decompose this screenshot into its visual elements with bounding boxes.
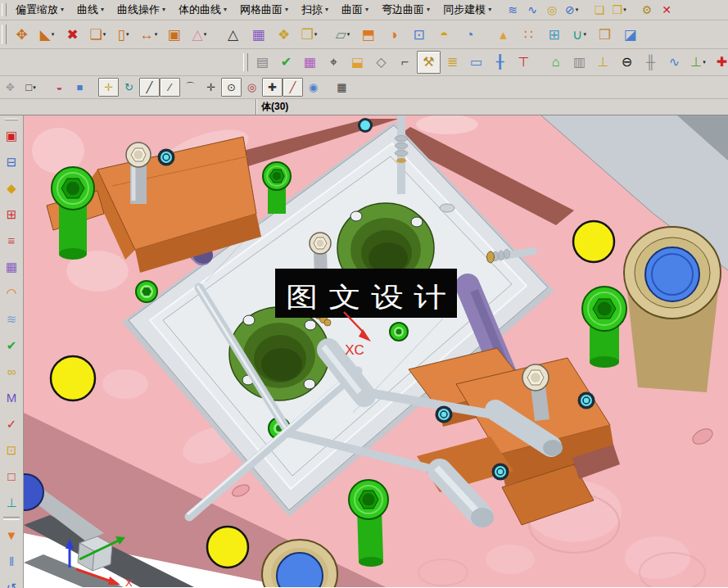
menu-curve[interactable]: 曲线▾ <box>70 1 111 20</box>
menu-curve-operation[interactable]: 曲线操作▾ <box>111 1 172 20</box>
hole-icon[interactable]: ⊡ <box>406 22 432 47</box>
3d-viewport[interactable]: 图 文 设 计 XC <box>24 115 728 588</box>
folder-points-icon[interactable]: ❖ <box>271 22 296 47</box>
bolt-bracket-icon[interactable]: ╂ <box>488 51 512 74</box>
toolbar-grip[interactable] <box>5 119 19 120</box>
shell-body-icon[interactable]: △▾ <box>187 22 212 47</box>
csys-axes-icon[interactable]: ⌖ <box>322 51 346 74</box>
menu-sweep[interactable]: 扫掠▾ <box>295 1 335 20</box>
sketch-plane-icon[interactable]: ◇ <box>369 51 393 74</box>
copy-body-icon[interactable]: ❒ <box>592 22 617 47</box>
menu-flange-surface[interactable]: 弯边曲面▾ <box>375 1 436 20</box>
replace-face-icon[interactable]: ▣ <box>161 22 187 47</box>
datum-plane-icon[interactable]: ▱▾ <box>330 22 355 47</box>
stack-plates-icon[interactable]: ≣ <box>441 51 464 74</box>
folder-open-icon[interactable]: ❐▾ <box>296 22 322 47</box>
copy-face-icon[interactable]: ❏▾ <box>85 22 111 47</box>
guide-bushing-top-right[interactable] <box>624 227 721 392</box>
delete-helix-icon[interactable]: ⊘▾ <box>562 1 581 19</box>
flange-sheet-icon[interactable]: ◠ <box>1 282 22 303</box>
boss-icon[interactable]: ◓ <box>432 22 457 47</box>
section-table-icon[interactable]: ▦ <box>246 22 271 47</box>
quadrant-point-icon[interactable]: ◎ <box>242 78 262 97</box>
region-m-icon[interactable]: M <box>1 387 22 408</box>
ejector-post-icon[interactable]: ⊥ <box>1 491 22 513</box>
view-layout-icon[interactable]: ▦ <box>298 51 322 74</box>
toolbar-grip[interactable] <box>243 53 248 71</box>
rotate-point-icon[interactable]: ↻ <box>119 78 139 97</box>
existing-point-icon[interactable]: ✚ <box>262 78 283 97</box>
extract-body-icon[interactable]: ❏ <box>590 1 609 19</box>
resize-face-icon[interactable]: ▯▾ <box>111 22 136 47</box>
tools-icon[interactable]: ⚒ <box>417 51 441 74</box>
resize-diameter-icon[interactable]: ↔▾ <box>136 22 161 47</box>
swap-body-icon[interactable]: ↺ <box>1 577 22 588</box>
standard-parts-icon[interactable]: ‖ <box>1 550 22 572</box>
marquee-select-icon[interactable]: □▾ <box>20 78 41 97</box>
workpiece-check-icon[interactable]: ✔ <box>1 334 22 355</box>
spring-tool-icon[interactable]: ∿ <box>662 51 686 74</box>
mesh-surface-icon[interactable]: ▦ <box>1 256 22 277</box>
grid-icon[interactable]: ▦ <box>332 78 352 97</box>
extrude-icon[interactable]: ⬒ <box>355 22 381 47</box>
draft-icon[interactable]: ◔ <box>457 22 482 47</box>
promote-body-icon[interactable]: ⊞ <box>541 22 567 47</box>
repair-body-icon[interactable]: ⚙ <box>637 1 657 19</box>
pattern-feature-icon[interactable]: ∷ <box>516 22 541 47</box>
menu-curve-from-body[interactable]: 体的曲线▾ <box>172 1 233 20</box>
validate-icon[interactable]: ✓ <box>1 413 22 434</box>
helix-icon[interactable]: ≋ <box>503 1 522 19</box>
layered-plates-icon[interactable]: ≡ <box>1 229 22 251</box>
mold-cavity-icon[interactable]: ⌂ <box>544 51 567 74</box>
mid-point-icon[interactable]: ∕ <box>160 78 180 97</box>
bounding-box-icon[interactable]: ⊡ <box>1 439 22 460</box>
menu-surface[interactable]: 曲面▾ <box>335 1 375 20</box>
trim-curve-icon[interactable]: ✕ <box>657 1 676 19</box>
tangent-point-icon[interactable]: ⌒ <box>180 78 201 97</box>
approve-check-icon[interactable]: ✔ <box>274 51 298 74</box>
offset-region-icon[interactable]: ◣▾ <box>34 22 60 47</box>
snap-point-icon[interactable]: ✛ <box>98 78 119 97</box>
ejector-pin-icon[interactable]: ⊥▾ <box>686 51 710 74</box>
export-part-icon[interactable]: ▤ <box>251 51 274 74</box>
ejector-plate-icon[interactable]: ⊥ <box>591 51 615 74</box>
extract-region-icon[interactable]: ❒▾ <box>609 1 629 19</box>
trim-sheet-icon[interactable]: ◪ <box>617 22 643 47</box>
menu-offset-scale[interactable]: 偏置缩放▾ <box>9 1 70 20</box>
face-visor-icon[interactable]: ◒ <box>49 78 70 97</box>
triangle-mesh-icon[interactable]: △ <box>220 22 246 47</box>
emboss-icon[interactable]: ▴ <box>491 22 516 47</box>
gate-funnel-icon[interactable]: ▼ <box>1 524 22 545</box>
window-frame-icon[interactable]: ⊞ <box>1 203 22 224</box>
menu-mesh-surface[interactable]: 网格曲面▾ <box>233 1 295 20</box>
press-fit-icon[interactable]: ⊤ <box>512 51 536 74</box>
move-face-icon[interactable]: ✥ <box>9 22 34 47</box>
split-body-icon[interactable]: ⊟ <box>1 151 22 172</box>
trim-workpiece-icon[interactable]: □ <box>1 465 22 486</box>
toolbar-grip[interactable] <box>2 3 7 17</box>
center-point-icon[interactable]: ⊙ <box>221 78 242 97</box>
cavity-block-icon[interactable]: ▣ <box>1 124 22 146</box>
point-on-face-icon[interactable]: ◉ <box>303 78 323 97</box>
toolbar-grip[interactable] <box>2 25 7 44</box>
linked-curve-icon[interactable]: ∞ <box>1 360 22 382</box>
delete-face-icon[interactable]: ✖ <box>60 22 85 47</box>
point-on-curve-icon[interactable]: ╱ <box>283 78 303 97</box>
intersection-point-icon[interactable]: ✛ <box>201 78 221 97</box>
revolve-icon[interactable]: ◑ <box>381 22 406 47</box>
unite-icon[interactable]: ∪▾ <box>567 22 592 47</box>
menu-synchronous-modeling[interactable]: 同步建模▾ <box>436 1 498 20</box>
no-entry-icon[interactable]: ⊖ <box>615 51 639 74</box>
parting-sheet-icon[interactable]: ≋ <box>1 308 22 329</box>
cavity-window-icon[interactable]: ▭ <box>464 51 488 74</box>
corner-step-icon[interactable]: ⌐ <box>393 51 417 74</box>
pan-hand-icon[interactable]: ✥ <box>0 78 20 97</box>
add-part-icon[interactable]: ✚ <box>710 51 728 74</box>
hatch-plate-icon[interactable]: ▥ <box>567 51 591 74</box>
end-point-icon[interactable]: ╱ <box>139 78 160 97</box>
core-insert-icon[interactable]: ◆ <box>1 177 22 198</box>
block-feature-icon[interactable]: ⬓ <box>346 51 369 74</box>
fixture-icon[interactable]: ╫ <box>639 51 662 74</box>
spring-icon[interactable]: ∿ <box>522 1 542 19</box>
washer-spring-icon[interactable]: ◎ <box>542 1 562 19</box>
